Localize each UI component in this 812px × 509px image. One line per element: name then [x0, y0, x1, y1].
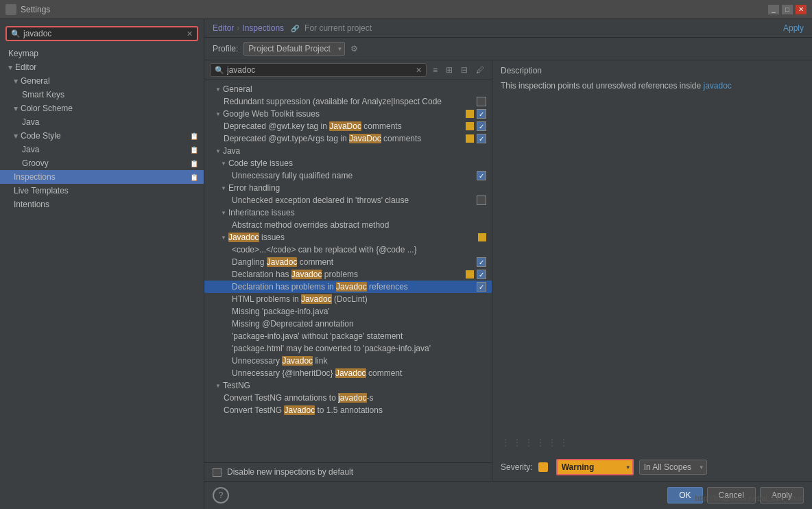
tree-item-checkbox[interactable]: ✓	[477, 134, 486, 143]
tree-color-indicator	[466, 270, 474, 279]
sidebar-search-box[interactable]: 🔍 ✕	[5, 26, 198, 41]
tree-row[interactable]: ▼ TestNG	[204, 379, 492, 392]
profile-select[interactable]: Project Default Project Default	[243, 42, 345, 56]
tree-row[interactable]: HTML problems in Javadoc (DocLint)	[204, 293, 492, 305]
tree-item-checkbox[interactable]: ✓	[477, 121, 486, 131]
tree-row[interactable]: ▼ Java	[204, 145, 492, 157]
sidebar-item-label: Java	[22, 117, 198, 127]
sidebar-item-smart-keys[interactable]: Smart Keys	[0, 88, 204, 102]
profile-label: Profile:	[213, 44, 238, 54]
sidebar-item-color-scheme[interactable]: ▶ Color Scheme	[0, 102, 204, 115]
gear-icon[interactable]: ⚙	[350, 44, 358, 54]
scope-select[interactable]: In All Scopes Project Files Test Files	[639, 460, 707, 475]
tree-row[interactable]: Missing 'package-info.java'	[204, 305, 492, 318]
tree-row[interactable]: Redundant suppression (available for Ana…	[204, 95, 492, 108]
sidebar-item-general[interactable]: ▶ General	[0, 74, 204, 88]
settings-button[interactable]: 🖊	[474, 64, 486, 76]
tree-item-label: Inheritance issues	[228, 208, 486, 217]
tree-row[interactable]: Convert TestNG Javadoc to 1.5 annotation…	[204, 404, 492, 416]
sidebar-item-code-style[interactable]: ▶ Code Style 📋	[0, 129, 204, 143]
tree-item-checkbox[interactable]: ✓	[477, 171, 486, 180]
tree-row[interactable]: ▼ Inheritance issues	[204, 206, 492, 219]
window-title: Settings	[21, 5, 768, 14]
breadcrumb-bar: Editor › Inspections 🔗 For current proje…	[204, 19, 812, 38]
collapse-all-button[interactable]: ⊟	[459, 64, 470, 76]
copy-icon: 📋	[190, 146, 198, 154]
sidebar-item-intentions[interactable]: Intentions	[0, 198, 204, 211]
tree-row[interactable]: 'package-info.java' without 'package' st…	[204, 330, 492, 342]
close-button[interactable]: ✕	[796, 5, 807, 14]
tree-item-label: Declaration has Javadoc problems	[232, 270, 463, 279]
filter-button[interactable]: ≡	[431, 64, 440, 76]
expand-all-button[interactable]: ⊞	[444, 64, 455, 76]
filter-search-input[interactable]	[227, 65, 414, 75]
maximize-button[interactable]: □	[782, 5, 793, 14]
tree-row[interactable]: Unnecessary {@inheritDoc} Javadoc commen…	[204, 367, 492, 379]
tree-row[interactable]: Unnecessary Javadoc link	[204, 355, 492, 367]
tree-item-checkbox[interactable]	[477, 97, 486, 106]
tree-item-checkbox[interactable]: ✓	[477, 257, 486, 267]
tree-row-selected[interactable]: Declaration has problems in Javadoc refe…	[204, 281, 492, 293]
tree-row[interactable]: Convert TestNG annotations to javadoc-s	[204, 392, 492, 404]
tree-row[interactable]: Abstract method overrides abstract metho…	[204, 219, 492, 231]
tree-row[interactable]: Unchecked exception declared in 'throws'…	[204, 194, 492, 206]
sidebar-item-label: Keymap	[8, 49, 198, 58]
severity-select-wrapper[interactable]: Warning Error Info Weak Warning	[556, 459, 634, 475]
tree-item-label: Java	[223, 146, 486, 156]
tree-item-checkbox[interactable]: ✓	[477, 109, 486, 119]
tree-row[interactable]: ▼ Code style issues	[204, 157, 492, 169]
watermark: http://blog.esdn.net/ai_lian_shuo	[695, 494, 804, 502]
breadcrumb-inspections: Inspections	[242, 23, 284, 33]
tree-item-label: Deprecated @gwt.typeArgs tag in JavaDoc …	[224, 134, 463, 143]
sidebar-search-input[interactable]	[23, 29, 187, 38]
tree-row[interactable]: Declaration has Javadoc problems ✓	[204, 268, 492, 281]
disable-checkbox[interactable]	[213, 468, 222, 477]
tree-row[interactable]: Deprecated @gwt.typeArgs tag in JavaDoc …	[204, 132, 492, 145]
profile-select-wrapper[interactable]: Project Default Project Default	[243, 42, 345, 56]
clear-icon[interactable]: ✕	[187, 29, 193, 38]
sidebar-item-inspections[interactable]: Inspections 📋	[0, 170, 204, 184]
description-link: javadoc	[704, 81, 732, 91]
severity-select[interactable]: Warning Error Info Weak Warning	[556, 459, 634, 475]
filter-clear-icon[interactable]: ✕	[416, 66, 422, 75]
tree-row[interactable]: 'package.html' may be converted to 'pack…	[204, 342, 492, 355]
sidebar-item-java-style[interactable]: Java 📋	[0, 143, 204, 156]
tree-row[interactable]: ▼ Google Web Toolkit issues ✓	[204, 108, 492, 120]
expand-icon: ▼	[215, 111, 221, 117]
sidebar-item-live-templates[interactable]: Live Templates	[0, 184, 204, 198]
tree-item-label: Redundant suppression (available for Ana…	[224, 97, 474, 106]
sidebar-item-java-color[interactable]: Java	[0, 115, 204, 129]
tree-item-label: Google Web Toolkit issues	[223, 109, 463, 119]
tree-row[interactable]: <code>...</code> can be replaced with {@…	[204, 244, 492, 256]
search-icon: 🔍	[11, 29, 21, 38]
tree-item-checkbox[interactable]: ✓	[477, 282, 486, 292]
minimize-button[interactable]: _	[768, 5, 779, 14]
content-area: Editor › Inspections 🔗 For current proje…	[204, 19, 812, 509]
tree-row[interactable]: ▼ General	[204, 83, 492, 95]
tree-item-checkbox[interactable]: ✓	[477, 270, 486, 279]
sidebar-item-editor[interactable]: ▶ Editor	[0, 60, 204, 74]
tree-row[interactable]: ▼ Error handling	[204, 182, 492, 194]
tree-item-label: General	[223, 84, 486, 94]
tree-row[interactable]: Missing @Deprecated annotation	[204, 318, 492, 330]
tree-item-label: Declaration has problems in Javadoc refe…	[232, 282, 474, 292]
expand-icon: ▶	[13, 79, 19, 83]
scope-select-wrapper[interactable]: In All Scopes Project Files Test Files	[639, 460, 707, 475]
tree-row[interactable]: Dangling Javadoc comment ✓	[204, 256, 492, 268]
help-button[interactable]: ?	[213, 487, 229, 504]
tree-color-indicator	[466, 122, 474, 130]
severity-label: Severity:	[501, 462, 533, 472]
detail-panel: Description This inspection points out u…	[492, 60, 812, 481]
main-container: 🔍 ✕ Keymap ▶ Editor ▶ General Smart Keys…	[0, 19, 812, 509]
tree-row[interactable]: Unnecessary fully qualified name ✓	[204, 169, 492, 182]
expand-icon: ▶	[13, 106, 19, 110]
tree-item-label: 'package.html' may be converted to 'pack…	[232, 344, 486, 353]
filter-search-box[interactable]: 🔍 ✕	[210, 63, 427, 77]
sidebar-item-keymap[interactable]: Keymap	[0, 47, 204, 60]
reset-button[interactable]: Apply	[783, 23, 804, 33]
tree-row[interactable]: ▼ Javadoc issues	[204, 231, 492, 244]
sidebar-item-groovy[interactable]: Groovy 📋	[0, 156, 204, 170]
tree-item-checkbox[interactable]	[477, 196, 486, 205]
tree-row[interactable]: Deprecated @gwt.key tag in JavaDoc comme…	[204, 120, 492, 132]
copy-icon: 📋	[190, 160, 198, 167]
